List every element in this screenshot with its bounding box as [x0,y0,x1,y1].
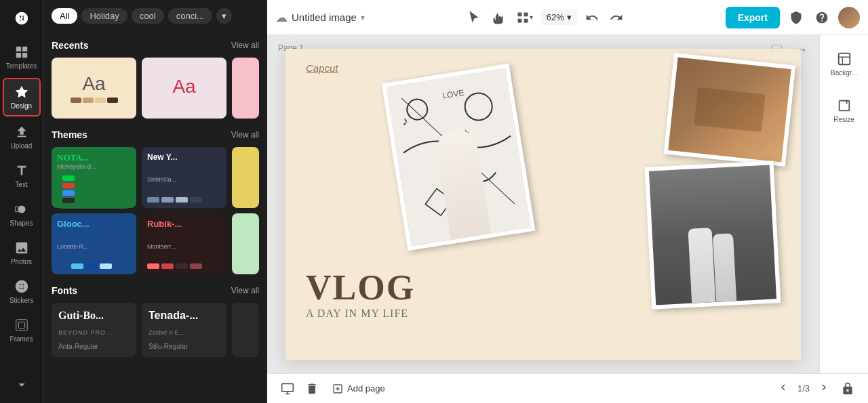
color-swatch [190,263,202,269]
theme-card-nota[interactable]: NOTA... Metropolis-B... [52,147,136,208]
photo-2-inner [668,57,791,162]
next-page-button[interactable] [815,379,833,398]
sidebar-item-label: Templates [6,62,37,70]
add-page-button[interactable]: Add page [327,381,391,397]
theme-card-newy[interactable]: New Y... SinkinSa... [142,147,226,208]
delete-button[interactable] [302,379,321,398]
theme-card-glooc[interactable]: Glooc... Lucette-R... [52,213,136,274]
arrow-select-icon [467,11,481,24]
zoom-control[interactable]: 62% ▾ [541,9,577,25]
sidebar-item-text[interactable]: Text [3,158,41,194]
color-swatch [176,263,188,269]
photo-collage: ♪ ✦ LOVE [367,59,791,306]
file-title-text: Untitled image [292,12,357,23]
undo-button[interactable] [583,8,601,27]
color-swatch [57,263,69,269]
present-icon [281,382,294,396]
background-icon [837,51,852,66]
lock-button[interactable] [838,379,857,398]
top-bar-left: ☁ Untitled image ▾ [275,10,365,25]
hand-tool-button[interactable] [489,8,508,27]
filter-tag-conci[interactable]: conci... [168,8,212,24]
recent-card-pink[interactable]: Aa [142,58,226,119]
svg-rect-23 [282,383,294,391]
themes-view-all[interactable]: View all [231,130,259,140]
logo-button[interactable]: ✕ [3,5,41,31]
upload-icon [14,125,29,140]
color-swatch [161,197,174,203]
theme-card-partial-2[interactable] [232,213,259,274]
svg-rect-12 [517,18,521,22]
design-panel: All Holiday cool conci... ▾ Recents View… [43,0,267,403]
redo-button[interactable] [607,8,626,27]
user-avatar[interactable] [838,7,860,28]
templates-icon [14,45,29,60]
theme-card-rubik[interactable]: Rubik-... Montserr... [142,213,226,274]
font-card-tenada[interactable]: Tenada-... Zocbel X-E... Stilu-Regular [142,303,226,357]
sidebar-item-frames[interactable]: Frames [3,312,41,348]
filter-more-button[interactable]: ▾ [216,8,232,24]
canvas-and-right: Page 1 ••• Capcut [267,35,868,373]
recents-grid: Aa Aa [52,58,259,119]
sidebar-item-templates[interactable]: Templates [3,39,41,75]
prev-page-button[interactable] [774,379,792,398]
select-tool-button[interactable] [465,8,484,27]
logo-icon: ✕ [14,11,29,26]
stickers-icon [14,279,29,294]
shapes-icon [14,202,29,217]
filter-tag-all[interactable]: All [52,8,77,24]
theme-nota-title: NOTA... [57,152,131,163]
theme-newy-title: New Y... [147,152,221,162]
recent-card-warm[interactable]: Aa [52,58,136,119]
frame-dropdown-icon: ▾ [530,14,533,21]
font-card-partial[interactable] [232,303,259,357]
sidebar-item-label: Shapes [10,219,33,227]
fonts-view-all[interactable]: View all [231,286,259,295]
svg-rect-8 [16,320,27,331]
sidebar-item-upload[interactable]: Upload [3,119,41,155]
right-panel-background[interactable]: Backgr... [824,46,865,82]
color-swatch [71,98,81,103]
lock-icon [841,382,854,396]
shield-icon [789,11,803,24]
zoom-dropdown-icon: ▾ [567,12,572,22]
font-sub2-1: Anta-Regular [58,343,130,350]
file-title[interactable]: ☁ Untitled image ▾ [275,10,365,25]
filter-tags: All Holiday cool conci... ▾ [52,8,259,24]
top-bar-right: Export [726,7,860,28]
theme-rubik-swatches [147,263,221,269]
color-swatch [62,198,75,203]
present-button[interactable] [278,379,297,398]
color-swatch [176,197,188,203]
themes-section-header: Themes View all [52,129,259,140]
color-swatch [107,98,118,103]
recent-color-bar-1 [71,98,118,103]
color-swatch [100,263,112,269]
theme-nota-swatches [57,170,131,209]
sidebar-item-photos[interactable]: Photos [3,235,41,271]
export-button[interactable]: Export [726,7,780,28]
sidebar-item-stickers[interactable]: Stickers [3,274,41,310]
recents-view-all[interactable]: View all [231,41,259,50]
person-2 [713,233,736,301]
sidebar-item-shapes[interactable]: Shapes [3,196,41,232]
sidebar-item-design[interactable]: Design [3,78,41,116]
recent-aa-text-2: Aa [172,76,195,98]
recent-card-partial[interactable] [232,58,259,119]
font-card-guti[interactable]: Guti-Bo... BEYOND PRO... Anta-Regular [52,303,136,357]
frame-tool-button[interactable]: ▾ [513,8,536,27]
right-panel-resize[interactable]: Resize [824,93,865,129]
undo-icon [585,11,599,24]
hand-icon [492,11,505,24]
filter-tag-holiday[interactable]: Holiday [81,8,127,24]
color-swatch [161,263,174,269]
photo-1-inner: ♪ ✦ LOVE [386,68,530,246]
color-swatch [83,98,94,103]
shield-button[interactable] [787,8,806,27]
filter-tag-cool[interactable]: cool [132,8,164,24]
photo-3 [645,161,781,310]
theme-card-partial-1[interactable] [232,147,259,208]
font-name-2: Tenada-... [149,310,220,322]
help-button[interactable] [812,8,831,27]
sidebar-item-more[interactable] [3,372,41,398]
